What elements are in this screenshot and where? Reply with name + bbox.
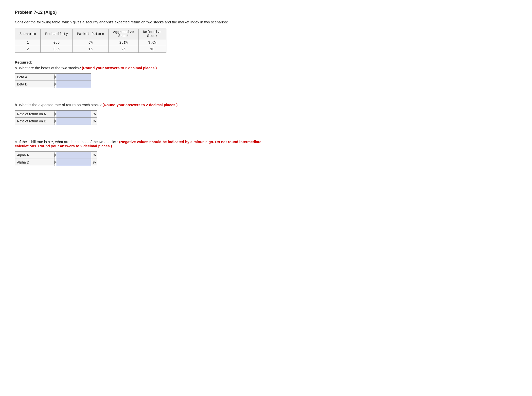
col-header-probability: Probability bbox=[41, 29, 72, 39]
rate-return-a-row: Rate of return on A % bbox=[15, 111, 97, 118]
rate-return-d-row: Rate of return on D % bbox=[15, 118, 97, 125]
col-header-market-return: Market Return bbox=[72, 29, 108, 39]
rate-return-d-arrow-icon bbox=[54, 119, 56, 123]
rate-return-d-input-cell bbox=[54, 118, 91, 125]
row1-aggressive: 2.1% bbox=[108, 39, 138, 46]
col-header-scenario: Scenario bbox=[15, 29, 41, 39]
beta-a-input[interactable] bbox=[56, 74, 91, 81]
alpha-a-arrow-icon bbox=[54, 153, 56, 157]
rate-return-d-label: Rate of return on D bbox=[15, 118, 54, 125]
part-c-question: c. If the T-bill rate is 8%, what are th… bbox=[15, 140, 281, 148]
part-a-question: a. What are the betas of the two stocks?… bbox=[15, 66, 281, 70]
beta-d-input[interactable] bbox=[56, 81, 91, 88]
row2-probability: 0.5 bbox=[41, 46, 72, 53]
rate-return-a-input-cell bbox=[54, 111, 91, 118]
alpha-a-row: Alpha A % bbox=[15, 152, 97, 159]
row2-defensive: 10 bbox=[138, 46, 166, 53]
row1-market-return: 6% bbox=[72, 39, 108, 46]
row2-market-return: 16 bbox=[72, 46, 108, 53]
rate-return-a-input[interactable] bbox=[56, 111, 91, 117]
beta-a-row: Beta A bbox=[15, 74, 91, 81]
alpha-a-label: Alpha A bbox=[15, 152, 54, 159]
alpha-d-input-cell bbox=[54, 159, 91, 166]
part-a-input-table: Beta A Beta D bbox=[15, 73, 91, 88]
row1-defensive: 3.6% bbox=[138, 39, 166, 46]
alpha-d-input[interactable] bbox=[56, 159, 91, 166]
problem-title: Problem 7-12 (Algo) bbox=[15, 10, 281, 15]
intro-text: Consider the following table, which give… bbox=[15, 20, 281, 24]
alpha-d-row: Alpha D % bbox=[15, 159, 97, 166]
part-b-input-table: Rate of return on A % Rate of return on … bbox=[15, 110, 97, 125]
table-row: 2 0.5 16 25 10 bbox=[15, 46, 166, 53]
table-row: 1 0.5 6% 2.1% 3.6% bbox=[15, 39, 166, 46]
row2-scenario: 2 bbox=[15, 46, 41, 53]
alpha-a-input-cell bbox=[54, 152, 91, 159]
rate-return-a-unit: % bbox=[91, 111, 97, 118]
scenario-table: Scenario Probability Market Return Aggre… bbox=[15, 29, 166, 53]
alpha-a-unit: % bbox=[91, 152, 97, 159]
alpha-d-arrow-icon bbox=[54, 161, 56, 164]
rate-return-d-unit: % bbox=[91, 118, 97, 125]
row2-aggressive: 25 bbox=[108, 46, 138, 53]
rate-return-a-label: Rate of return on A bbox=[15, 111, 54, 118]
row1-scenario: 1 bbox=[15, 39, 41, 46]
col-header-aggressive: AggressiveStock bbox=[108, 29, 138, 39]
required-label: Required: bbox=[15, 60, 281, 64]
part-c-input-table: Alpha A % Alpha D % bbox=[15, 151, 97, 166]
beta-a-arrow-icon bbox=[54, 75, 56, 79]
col-header-defensive: DefensiveStock bbox=[138, 29, 166, 39]
beta-d-label: Beta D bbox=[15, 81, 54, 88]
part-b-question: b. What is the expected rate of return o… bbox=[15, 103, 281, 107]
alpha-a-input[interactable] bbox=[56, 152, 91, 159]
beta-d-input-cell bbox=[54, 81, 91, 88]
rate-return-a-arrow-icon bbox=[54, 112, 56, 116]
rate-return-d-input[interactable] bbox=[56, 118, 91, 125]
beta-d-row: Beta D bbox=[15, 81, 91, 88]
beta-d-arrow-icon bbox=[54, 82, 56, 86]
row1-probability: 0.5 bbox=[41, 39, 72, 46]
beta-a-label: Beta A bbox=[15, 74, 54, 81]
alpha-d-unit: % bbox=[91, 159, 97, 166]
beta-a-input-cell bbox=[54, 74, 91, 81]
alpha-d-label: Alpha D bbox=[15, 159, 54, 166]
